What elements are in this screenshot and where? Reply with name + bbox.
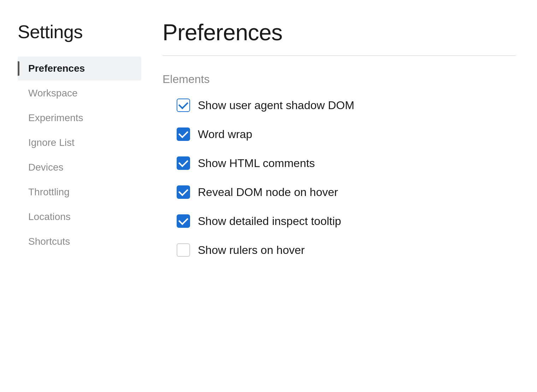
sidebar-item-ignore-list[interactable]: Ignore List	[18, 131, 141, 155]
checkbox-label-inspect-tooltip: Show detailed inspect tooltip	[198, 215, 341, 228]
checkbox-item-dom-hover: Reveal DOM node on hover	[177, 185, 516, 199]
sidebar-item-throttling[interactable]: Throttling	[18, 180, 141, 204]
checkbox-list: Show user agent shadow DOMWord wrapShow …	[163, 99, 516, 257]
checkbox-item-inspect-tooltip: Show detailed inspect tooltip	[177, 214, 516, 228]
checkbox-html-comments[interactable]	[177, 156, 190, 170]
checkbox-label-shadow-dom: Show user agent shadow DOM	[198, 99, 354, 112]
sidebar: Settings PreferencesWorkspaceExperiments…	[0, 0, 141, 392]
sidebar-navigation: PreferencesWorkspaceExperimentsIgnore Li…	[18, 57, 141, 254]
checkbox-label-word-wrap: Word wrap	[198, 128, 252, 141]
sidebar-item-devices[interactable]: Devices	[18, 155, 141, 179]
checkbox-item-html-comments: Show HTML comments	[177, 156, 516, 170]
checkbox-dom-hover[interactable]	[177, 185, 190, 199]
checkbox-item-rulers-hover: Show rulers on hover	[177, 243, 516, 257]
sidebar-item-workspace[interactable]: Workspace	[18, 81, 141, 105]
checkbox-label-rulers-hover: Show rulers on hover	[198, 244, 305, 257]
checkbox-item-word-wrap: Word wrap	[177, 127, 516, 141]
sidebar-item-shortcuts[interactable]: Shortcuts	[18, 230, 141, 254]
checkbox-shadow-dom[interactable]	[177, 99, 190, 112]
checkbox-label-dom-hover: Reveal DOM node on hover	[198, 186, 338, 199]
checkbox-rulers-hover[interactable]	[177, 243, 190, 257]
checkbox-word-wrap[interactable]	[177, 127, 190, 141]
checkbox-inspect-tooltip[interactable]	[177, 214, 190, 228]
elements-section-title: Elements	[163, 73, 516, 86]
checkbox-item-shadow-dom: Show user agent shadow DOM	[177, 99, 516, 112]
checkbox-label-html-comments: Show HTML comments	[198, 157, 315, 170]
sidebar-item-locations[interactable]: Locations	[18, 205, 141, 229]
main-content: Preferences Elements Show user agent sha…	[141, 0, 537, 392]
section-divider	[163, 55, 516, 56]
sidebar-item-experiments[interactable]: Experiments	[18, 106, 141, 130]
sidebar-title: Settings	[18, 21, 141, 42]
page-title: Preferences	[163, 19, 516, 46]
sidebar-item-preferences[interactable]: Preferences	[18, 57, 141, 81]
